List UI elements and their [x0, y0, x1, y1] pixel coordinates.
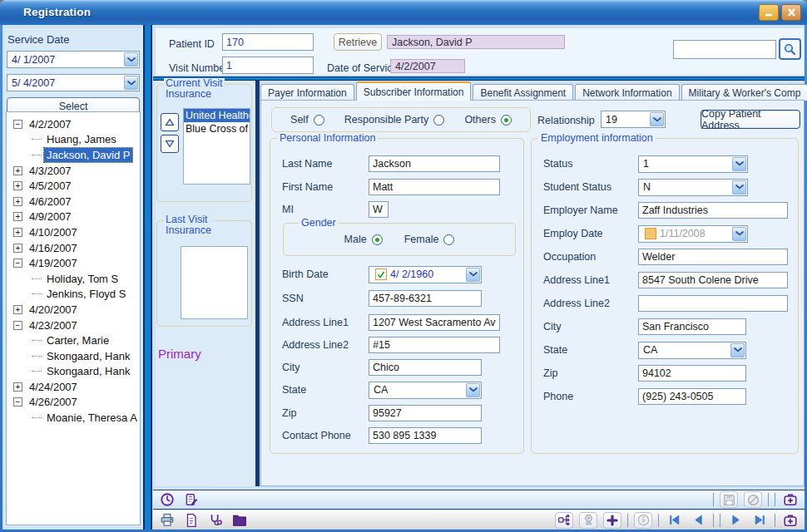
- student-status-combo[interactable]: N: [638, 179, 748, 196]
- tab-subscriber-information[interactable]: Subscriber Information: [356, 81, 472, 101]
- retrieve-button[interactable]: Retrieve: [334, 33, 382, 51]
- expand-icon[interactable]: [13, 228, 22, 237]
- chevron-down-icon[interactable]: [124, 76, 138, 90]
- move-down-button[interactable]: [161, 135, 179, 153]
- expand-icon[interactable]: [13, 382, 22, 392]
- chevron-down-icon[interactable]: [466, 268, 480, 282]
- chevron-down-icon[interactable]: [732, 227, 746, 241]
- tree-item-date[interactable]: 4/6/2007: [7, 194, 140, 209]
- contact-phone-input[interactable]: [369, 427, 482, 444]
- move-up-button[interactable]: [161, 113, 179, 131]
- tree-item-patient-selected[interactable]: Jackson, David P: [7, 147, 140, 163]
- print-button[interactable]: [158, 512, 176, 529]
- employment-status-combo[interactable]: 1: [638, 155, 748, 173]
- chevron-down-icon[interactable]: [650, 112, 664, 126]
- ssn-input[interactable]: [369, 290, 482, 307]
- tree-item-date[interactable]: 4/10/2007: [7, 224, 140, 240]
- tree-item-date[interactable]: 4/20/2007: [7, 302, 140, 318]
- state-combo[interactable]: CA: [369, 382, 482, 399]
- employ-date-picker[interactable]: 1/11/2008: [638, 225, 748, 243]
- tree-item-patient[interactable]: Carter, Marie: [7, 332, 140, 348]
- tree-item-patient[interactable]: Skongaard, Hank: [7, 364, 140, 380]
- collapse-icon[interactable]: [13, 397, 22, 406]
- clock-button[interactable]: [158, 491, 176, 508]
- close-button[interactable]: [781, 4, 801, 21]
- tree-item-patient[interactable]: Skongaard, Hank: [7, 348, 140, 364]
- note-edit-button[interactable]: [182, 491, 201, 508]
- tree-item-patient[interactable]: Moanie, Theresa A: [7, 410, 140, 426]
- workflow-button[interactable]: [555, 512, 573, 529]
- tab-payer-information[interactable]: Payer Information: [260, 84, 354, 101]
- employer-phone-input[interactable]: [638, 388, 746, 405]
- male-radio[interactable]: [372, 234, 383, 245]
- employ-date-checkbox-unchecked[interactable]: [645, 228, 656, 239]
- first-name-input[interactable]: [369, 179, 500, 195]
- search-input[interactable]: [673, 40, 776, 59]
- service-date-to-picker[interactable]: 5/ 4/2007: [7, 74, 140, 91]
- female-radio[interactable]: [443, 234, 454, 245]
- save-button-disabled[interactable]: [720, 491, 738, 508]
- nav-last-button[interactable]: [750, 512, 769, 529]
- expand-icon[interactable]: [13, 212, 22, 221]
- employer-address-line1-input[interactable]: [638, 272, 788, 288]
- insurance-list-item[interactable]: Blue Cross of Califo: [184, 122, 250, 135]
- responsible-party-radio[interactable]: [433, 115, 444, 126]
- cancel-button-disabled[interactable]: [744, 491, 762, 508]
- tree-item-date[interactable]: 4/16/2007: [7, 240, 140, 256]
- service-date-from-picker[interactable]: 4/ 1/2007: [7, 51, 140, 68]
- minimize-button[interactable]: [759, 4, 779, 21]
- expand-icon[interactable]: [13, 305, 22, 314]
- relationship-combo[interactable]: 19: [601, 111, 666, 128]
- tree-item-patient[interactable]: Huang, James: [7, 132, 140, 148]
- employer-address-line2-input[interactable]: [638, 295, 788, 312]
- nav-previous-button[interactable]: [689, 512, 707, 529]
- chevron-down-icon[interactable]: [732, 157, 746, 171]
- tree-item-date[interactable]: 4/24/2007: [7, 379, 140, 395]
- city-input[interactable]: [369, 359, 482, 376]
- occupation-input[interactable]: [638, 249, 788, 265]
- expand-icon[interactable]: [13, 166, 22, 175]
- chevron-down-icon[interactable]: [730, 343, 745, 357]
- chevron-down-icon[interactable]: [466, 383, 480, 397]
- tree-item-date[interactable]: 4/2/2007: [7, 116, 140, 132]
- employer-city-input[interactable]: [638, 318, 746, 335]
- address-line2-input[interactable]: [369, 337, 500, 353]
- camera-button-disabled[interactable]: [579, 512, 597, 529]
- tree-item-date[interactable]: 4/26/2007: [7, 395, 140, 411]
- middle-initial-input[interactable]: [369, 201, 389, 218]
- nav-first-button[interactable]: [665, 512, 683, 529]
- tree-item-date[interactable]: 4/23/2007: [7, 318, 140, 333]
- expand-icon[interactable]: [13, 244, 22, 253]
- employer-state-combo[interactable]: CA: [638, 342, 746, 359]
- address-line1-input[interactable]: [369, 314, 500, 331]
- add-button[interactable]: [603, 512, 621, 529]
- others-radio[interactable]: [501, 115, 512, 126]
- tree-item-patient[interactable]: Jenkins, Floyd S: [7, 287, 140, 303]
- tab-network-information[interactable]: Network Information: [575, 84, 679, 101]
- expand-icon[interactable]: [13, 181, 22, 190]
- birth-date-picker[interactable]: 4/ 2/1960: [369, 266, 482, 283]
- tab-benefit-assignment[interactable]: Benefit Assignment: [473, 84, 573, 101]
- tab-military-workers-comp[interactable]: Military & Worker's Comp: [681, 84, 807, 101]
- stethoscope-button[interactable]: [206, 512, 225, 529]
- tree-item-patient[interactable]: Holiday, Tom S: [7, 271, 140, 287]
- visit-number-input[interactable]: [222, 57, 314, 74]
- chevron-down-icon[interactable]: [732, 180, 746, 195]
- folder-button[interactable]: [230, 512, 249, 529]
- patient-id-input[interactable]: [222, 33, 314, 51]
- collapse-icon[interactable]: [13, 259, 22, 268]
- case-add-button[interactable]: [781, 512, 800, 529]
- document-button[interactable]: [182, 512, 201, 529]
- chevron-down-icon[interactable]: [124, 52, 138, 66]
- info-button-disabled[interactable]: [634, 512, 652, 529]
- employer-name-input[interactable]: [638, 202, 788, 219]
- tree-item-date[interactable]: 4/5/2007: [7, 178, 140, 194]
- insurance-list-item[interactable]: United Healthcare: [184, 109, 250, 122]
- expand-icon[interactable]: [13, 197, 22, 206]
- tree-item-date[interactable]: 4/9/2007: [7, 209, 140, 225]
- tree-item-date[interactable]: 4/3/2007: [7, 163, 140, 179]
- zip-input[interactable]: [369, 405, 482, 421]
- collapse-icon[interactable]: [13, 321, 22, 330]
- copy-patient-address-button[interactable]: Copy Patient Address: [701, 110, 800, 129]
- search-button[interactable]: [779, 38, 801, 60]
